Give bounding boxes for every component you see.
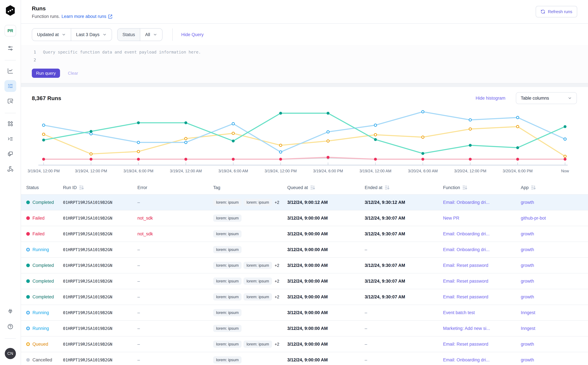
table-row[interactable]: Queued01HRPT19RJSA1019B2GN–lorem: ipsuml…	[21, 337, 588, 352]
user-avatar[interactable]: CN	[5, 348, 16, 359]
function-link[interactable]: Email: Reset password	[443, 279, 488, 284]
function-link[interactable]: Email: Onboarding dri...	[443, 200, 490, 205]
table-row[interactable]: Failed01HRPT19RJSA1019B2GNnot_sdklorem: …	[21, 226, 588, 242]
status-filter-dropdown[interactable]: All	[140, 28, 162, 41]
data-point-queued	[232, 132, 234, 134]
app-link[interactable]: growth	[521, 358, 534, 363]
page-subtitle: Function runs. Learn more about runs	[32, 14, 588, 19]
run-query-button[interactable]: Run query	[32, 69, 60, 78]
table-row[interactable]: Running01HRPT19RJSA1019B2GN–lorem: ipsum…	[21, 321, 588, 337]
table-row[interactable]: Running01HRPT19RJSA1019B2GN–lorem: ipsum…	[21, 305, 588, 321]
sidebar-item-runs[interactable]	[4, 80, 16, 92]
column-label: App	[521, 185, 529, 190]
table-columns-dropdown[interactable]: Table columns	[516, 92, 577, 104]
app-link[interactable]: growth	[521, 263, 534, 268]
x-axis-label: Now	[561, 169, 569, 173]
column-header-ended-at[interactable]: Ended at	[365, 185, 443, 190]
filter-settings-icon[interactable]	[4, 42, 16, 54]
function-link[interactable]: New PR	[443, 216, 459, 221]
table-row[interactable]: Failed01HRPT19RJSA1019B2GNnot_sdklorem: …	[21, 211, 588, 226]
status-label: Completed	[33, 295, 54, 300]
time-range-dropdown[interactable]: Last 3 Days	[71, 28, 112, 41]
query-editor[interactable]: 1 Query specific function data and event…	[21, 45, 588, 83]
function-link[interactable]: Marketing: Add new si...	[443, 326, 490, 331]
app-cell: growth	[521, 342, 588, 347]
table-row[interactable]: Running01HRPT19RJSA1019B2GN–lorem: ipsum…	[21, 242, 588, 258]
inngest-logo[interactable]	[5, 5, 15, 16]
sidebar-item-trace-search[interactable]	[4, 95, 16, 107]
app-link[interactable]: Inngest	[521, 310, 535, 315]
column-header-queued-at[interactable]: Queued at	[287, 185, 365, 190]
sort-field-dropdown[interactable]: Updated at	[32, 28, 71, 41]
ended-at-cell: 3/12/24, 9:30:07 AM	[365, 216, 443, 221]
sidebar-item-webhooks[interactable]	[4, 163, 16, 175]
sidebar-item-events[interactable]	[4, 133, 16, 145]
app-link[interactable]: growth	[521, 279, 534, 284]
column-header-function[interactable]: Function	[443, 185, 521, 190]
app-cell: growth	[521, 232, 588, 237]
queued-at-cell: 3/12/24, 9:00:00 AM	[287, 279, 365, 284]
app-link[interactable]: growth	[521, 232, 534, 237]
ended-at-cell: 3/12/24, 9:30:12 AM	[365, 200, 443, 205]
table-row[interactable]: Completed01HRPT19RJSA1019B2GN–lorem: ips…	[21, 289, 588, 305]
tag-pill: lorem: ipsum	[244, 199, 272, 206]
app-link[interactable]: growth	[521, 295, 534, 300]
app-link[interactable]: growth	[521, 247, 534, 252]
run-id-cell: 01HRPT19RJSA1019B2GN	[63, 232, 137, 236]
sidebar-item-help[interactable]	[4, 321, 16, 332]
function-cell: Email: Onboarding dri...	[443, 247, 521, 252]
status-dot	[26, 327, 30, 330]
runs-table: StatusRun IDErrorTagQueued atEnded atFun…	[21, 181, 588, 365]
status-cell: Completed	[21, 279, 63, 284]
sidebar-item-apps[interactable]	[4, 118, 16, 130]
function-link[interactable]: Event batch test	[443, 310, 475, 315]
learn-more-link[interactable]: Learn more about runs	[62, 14, 112, 19]
error-cell: –	[137, 263, 213, 268]
x-axis-label: 3/20/24, 6:00 PM	[503, 169, 533, 173]
function-link[interactable]: Email: Reset password	[443, 263, 488, 268]
table-row[interactable]: Cancelled01HRPT19RJSA1019B2GN–lorem: ips…	[21, 352, 588, 365]
run-id-cell: 01HRPT19RJSA1019B2GN	[63, 310, 137, 315]
run-id-cell: 01HRPT19RJSA1019B2GN	[63, 326, 137, 331]
app-link[interactable]: growth	[521, 342, 534, 347]
data-point-completed	[232, 140, 235, 142]
hide-histogram-link[interactable]: Hide histogram	[476, 96, 505, 101]
refresh-runs-button[interactable]: Refresh runs	[536, 6, 577, 17]
column-header-run-id[interactable]: Run ID	[63, 185, 137, 190]
table-row[interactable]: Completed01HRPT19RJSA1019B2GN–lorem: ips…	[21, 195, 588, 211]
function-link[interactable]: Email: Onboarding dri...	[443, 247, 490, 252]
workspace-badge[interactable]: PR	[5, 25, 16, 36]
status-cell: Completed	[21, 263, 63, 268]
column-header-app[interactable]: App	[521, 185, 588, 190]
function-cell: New PR	[443, 216, 521, 221]
app-link[interactable]: growth	[521, 200, 534, 205]
function-link[interactable]: Email: Onboarding dri...	[443, 358, 490, 363]
hide-query-link[interactable]: Hide Query	[181, 32, 204, 37]
table-row[interactable]: Completed01HRPT19RJSA1019B2GN–lorem: ips…	[21, 258, 588, 274]
app-link[interactable]: Inngest	[521, 326, 535, 331]
tag-pill: lorem: ipsum	[213, 278, 241, 285]
error-cell: not_sdk	[137, 232, 213, 237]
data-point-failed	[184, 158, 187, 161]
data-point-completed	[564, 125, 567, 128]
queued-at-cell: 3/12/24, 9:00:00 AM	[287, 232, 365, 237]
sidebar-item-metrics[interactable]	[4, 65, 16, 77]
table-row[interactable]: Completed01HRPT19RJSA1019B2GN–lorem: ips…	[21, 274, 588, 289]
data-point-queued	[279, 144, 282, 147]
function-link[interactable]: Email: Reset password	[443, 295, 488, 300]
page-title: Runs	[32, 5, 588, 12]
sidebar-item-dev-server[interactable]	[4, 306, 16, 317]
sort-descending-icon	[385, 185, 390, 190]
function-link[interactable]: Email: Reset password	[443, 342, 488, 347]
x-axis-label: 3/19/24, 12:00 AM	[359, 169, 391, 173]
query-line: 1 Query specific function data and event…	[32, 48, 588, 56]
app-link[interactable]: github-pr-bot	[521, 216, 546, 221]
sidebar-item-functions[interactable]	[4, 148, 16, 160]
error-cell: –	[137, 342, 213, 347]
tag-pill: lorem: ipsum	[213, 230, 241, 238]
status-dot	[26, 311, 30, 315]
function-link[interactable]: Email: Onboarding dri...	[443, 232, 490, 237]
clear-query-button[interactable]: Clear	[68, 71, 78, 76]
app-cell: Inngest	[521, 310, 588, 315]
status-dot	[26, 201, 30, 204]
